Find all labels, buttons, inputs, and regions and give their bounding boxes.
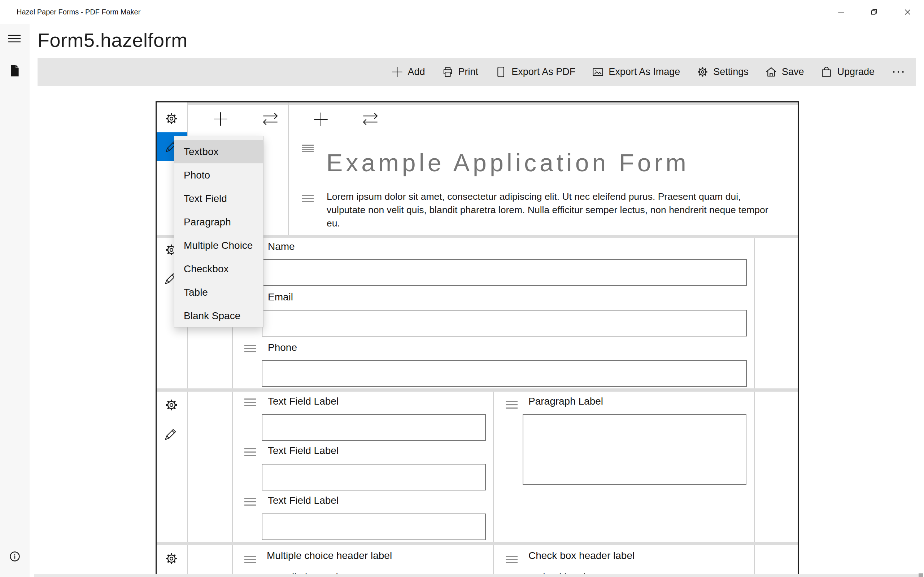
export-image-icon: [592, 66, 604, 78]
home-icon: [765, 66, 777, 78]
swap-arrows-icon: [262, 112, 279, 126]
document-title: Form5.hazelform: [37, 29, 188, 51]
row-separator: [157, 388, 798, 392]
text-field-input[interactable]: [262, 514, 486, 540]
grid-line: [493, 392, 494, 577]
titlebar: Hazel Paper Forms - PDF Form Maker: [0, 0, 924, 24]
add-element-context-menu: Textbox Photo Text Field Paragraph Multi…: [174, 136, 263, 327]
field-drag-handle[interactable]: [244, 345, 256, 355]
menu-item-textbox[interactable]: Textbox: [174, 140, 263, 163]
shopping-bag-icon: [821, 66, 832, 78]
name-input[interactable]: [262, 259, 747, 286]
add-button[interactable]: Add: [391, 66, 425, 78]
paragraph-textarea[interactable]: [523, 414, 746, 485]
field-drag-handle[interactable]: [244, 398, 256, 408]
minimize-button[interactable]: [830, 0, 852, 24]
close-button[interactable]: [897, 0, 918, 24]
row-move-button[interactable]: [262, 112, 279, 126]
text-field-input[interactable]: [262, 414, 486, 441]
save-button[interactable]: Save: [765, 66, 804, 78]
print-label: Print: [459, 66, 478, 77]
section-settings-button[interactable]: [165, 112, 178, 126]
close-icon: [903, 8, 912, 16]
print-icon: [442, 66, 454, 78]
settings-button[interactable]: Settings: [696, 66, 749, 78]
menu-item-paragraph[interactable]: Paragraph: [174, 210, 263, 234]
column-move-button[interactable]: [362, 112, 379, 126]
row-separator: [157, 542, 798, 545]
text-field-input[interactable]: [262, 464, 486, 490]
horizontal-scrollbar[interactable]: [34, 574, 919, 577]
upgrade-button[interactable]: Upgrade: [821, 66, 874, 78]
paragraph-field-label: Paragraph Label: [528, 396, 603, 407]
field-drag-handle[interactable]: [506, 556, 518, 566]
phone-input[interactable]: [262, 360, 747, 387]
restore-icon: [869, 8, 879, 16]
nav-document-button[interactable]: [10, 64, 20, 77]
text-field-label: Text Field Label: [268, 495, 339, 506]
save-label: Save: [782, 66, 804, 77]
email-input[interactable]: [262, 310, 747, 337]
window-title: Hazel Paper Forms - PDF Form Maker: [16, 0, 141, 24]
section-settings-button[interactable]: [165, 552, 178, 566]
pencil-icon: [163, 427, 178, 442]
field-drag-handle[interactable]: [244, 498, 256, 508]
paragraph-drag-handle[interactable]: [302, 195, 313, 205]
export-pdf-label: Export As PDF: [512, 66, 575, 77]
text-field-label: Text Field Label: [268, 445, 339, 456]
toolbar: Add Print Export As PDF Export As Image …: [37, 58, 916, 86]
minimize-icon: [837, 8, 846, 16]
grid-line: [754, 239, 755, 577]
gear-icon: [165, 398, 178, 412]
more-options-button[interactable]: [891, 66, 906, 78]
left-nav-rail: [0, 24, 30, 577]
text-field-label: Text Field Label: [268, 396, 339, 407]
field-label-phone: Phone: [268, 342, 297, 353]
upgrade-label: Upgrade: [837, 66, 874, 77]
field-drag-handle[interactable]: [244, 556, 256, 566]
row-add-button[interactable]: [213, 111, 228, 127]
plus-icon: [213, 111, 228, 127]
section-settings-button[interactable]: [165, 398, 178, 412]
grid-line: [288, 102, 289, 235]
form-title: Example Application Form: [326, 148, 690, 177]
column-add-button[interactable]: [313, 112, 328, 127]
grid-gutter: [188, 102, 798, 105]
export-image-label: Export As Image: [609, 66, 680, 77]
field-drag-handle[interactable]: [506, 401, 518, 411]
form-description: Lorem ipsum dolor sit amet, consectetur …: [327, 190, 778, 230]
export-pdf-button[interactable]: Export As PDF: [495, 66, 575, 78]
nav-info-button[interactable]: [10, 551, 20, 562]
swap-arrows-icon: [362, 112, 379, 126]
field-drag-handle[interactable]: [244, 448, 256, 458]
hamburger-icon: [8, 34, 21, 43]
menu-item-text-field[interactable]: Text Field: [174, 187, 263, 210]
print-button[interactable]: Print: [442, 66, 478, 78]
export-image-button[interactable]: Export As Image: [592, 66, 680, 78]
document-icon: [10, 64, 20, 77]
settings-gear-icon: [696, 66, 709, 78]
field-label-name: Name: [268, 241, 295, 252]
menu-item-checkbox[interactable]: Checkbox: [174, 257, 263, 280]
export-pdf-icon: [495, 66, 507, 78]
hamburger-button[interactable]: [8, 34, 21, 43]
plus-icon: [313, 112, 328, 127]
title-drag-handle[interactable]: [302, 145, 313, 153]
scrollbar-corner: [919, 574, 923, 577]
edit-section-button[interactable]: [163, 427, 178, 442]
menu-item-photo[interactable]: Photo: [174, 163, 263, 187]
gear-icon: [165, 552, 178, 566]
add-label: Add: [408, 66, 425, 77]
checkbox-header: Check box header label: [528, 550, 635, 561]
menu-item-multiple-choice[interactable]: Multiple Choice: [174, 234, 263, 257]
field-label-email: Email: [268, 292, 293, 303]
add-icon: [391, 66, 403, 78]
info-icon: [10, 551, 20, 562]
multiple-choice-header: Multiple choice header label: [267, 550, 392, 561]
menu-item-blank-space[interactable]: Blank Space: [174, 304, 263, 327]
gear-icon: [165, 112, 178, 126]
menu-item-table[interactable]: Table: [174, 280, 263, 304]
restore-button[interactable]: [863, 0, 885, 24]
app-window: Hazel Paper Forms - PDF Form Maker Form5…: [0, 0, 924, 577]
more-options-icon: [891, 66, 906, 78]
